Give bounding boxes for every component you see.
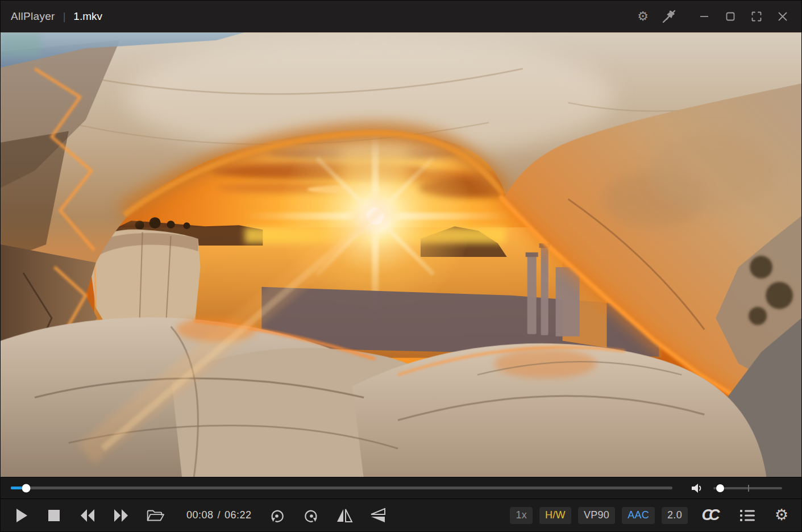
- video-frame-scene: [1, 32, 801, 477]
- fullscreen-button[interactable]: [748, 7, 765, 26]
- open-file-button[interactable]: [145, 505, 164, 526]
- video-codec-badge-label: VP90: [584, 509, 609, 521]
- video-codec-badge[interactable]: VP90: [578, 507, 615, 524]
- rotate-ccw-button[interactable]: [268, 505, 287, 526]
- minimize-icon: [699, 11, 709, 22]
- pin-on-top-button[interactable]: [660, 7, 678, 26]
- speed-badge-label: 1x: [516, 509, 527, 521]
- titlebar-settings-button[interactable]: ⚙: [634, 7, 651, 26]
- title-separator: |: [63, 11, 66, 23]
- time-separator: /: [218, 509, 221, 521]
- pin-off-icon: [662, 9, 676, 24]
- close-button[interactable]: [774, 7, 791, 26]
- audio-codec-badge-label: AAC: [628, 509, 649, 521]
- hw-accel-badge[interactable]: H/W: [539, 507, 571, 524]
- volume-thumb[interactable]: [716, 484, 724, 492]
- window-title: AllPlayer | 1.mkv: [11, 10, 102, 23]
- subtitles-button[interactable]: CC: [698, 505, 723, 526]
- allplayer-window: AllPlayer | 1.mkv ⚙: [0, 0, 802, 532]
- seek-thumb[interactable]: [22, 484, 30, 492]
- playlist-icon: [739, 508, 756, 523]
- stop-button[interactable]: [44, 505, 64, 526]
- rewind-button[interactable]: [78, 505, 97, 526]
- time-display: 00:08 / 06:22: [186, 509, 252, 521]
- gear-icon: ⚙: [775, 508, 788, 523]
- gear-icon: ⚙: [637, 10, 649, 23]
- play-button[interactable]: [11, 505, 30, 526]
- minimize-button[interactable]: [696, 7, 713, 26]
- titlebar[interactable]: AllPlayer | 1.mkv ⚙: [1, 1, 801, 32]
- audio-codec-badge[interactable]: AAC: [622, 507, 655, 524]
- open-folder-icon: [145, 506, 164, 525]
- seek-row: [1, 477, 801, 499]
- volume-slider[interactable]: [713, 487, 782, 489]
- maximize-icon: [725, 11, 735, 22]
- total-time: 06:22: [225, 509, 252, 521]
- close-icon: [778, 11, 788, 22]
- rewind-icon: [78, 506, 97, 525]
- rotate-ccw-icon: [268, 506, 287, 525]
- player-settings-button[interactable]: ⚙: [772, 505, 791, 526]
- file-name: 1.mkv: [73, 10, 102, 23]
- rotate-cw-icon: [301, 506, 321, 525]
- speed-badge[interactable]: 1x: [510, 507, 533, 524]
- rotate-cw-button[interactable]: [301, 505, 321, 526]
- flip-vertical-icon: [368, 506, 388, 525]
- speaker-icon: [689, 481, 704, 496]
- stop-icon: [44, 506, 64, 525]
- control-bar: 00:08 / 06:22: [1, 499, 801, 531]
- fast-forward-button[interactable]: [111, 505, 131, 526]
- app-name: AllPlayer: [11, 10, 55, 23]
- hw-accel-badge-label: H/W: [545, 509, 566, 521]
- status-group: 1x H/W VP90 AAC 2.0 CC: [503, 505, 791, 526]
- flip-horizontal-button[interactable]: [335, 505, 354, 526]
- play-icon: [11, 506, 30, 525]
- fullscreen-icon: [751, 11, 762, 22]
- closed-captions-icon: CC: [702, 506, 716, 524]
- video-display[interactable]: [1, 32, 801, 477]
- seek-bar[interactable]: [11, 487, 672, 489]
- current-time: 00:08: [186, 509, 214, 521]
- titlebar-controls: ⚙: [634, 7, 791, 26]
- audio-channels-badge-label: 2.0: [667, 509, 682, 521]
- mute-button[interactable]: [688, 480, 705, 497]
- flip-vertical-button[interactable]: [368, 505, 388, 526]
- playlist-button[interactable]: [738, 505, 757, 526]
- maximize-button[interactable]: [722, 7, 739, 26]
- flip-horizontal-icon: [335, 506, 354, 525]
- fast-forward-icon: [111, 506, 131, 525]
- audio-channels-badge[interactable]: 2.0: [662, 507, 688, 524]
- volume-tick: [748, 485, 749, 492]
